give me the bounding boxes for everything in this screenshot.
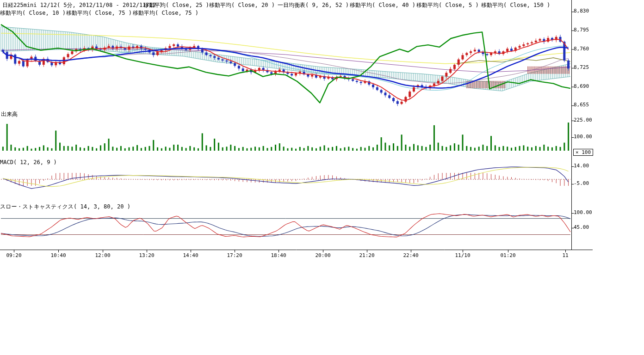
legend-ma25: 移動平均( Close, 25 ): [143, 2, 209, 8]
stoch-pane-title: スロー・ストキャスティクス( 14, 3, 80, 20 ): [0, 203, 130, 210]
time-axis-label: 13:20: [136, 253, 158, 258]
price-axis-label: 8,690: [574, 84, 589, 89]
volume-pane-title: 出来高: [1, 111, 18, 117]
legend-ma75-a: 移動平均( Close, 75 ): [66, 10, 132, 16]
volume-unit-box: × 100: [573, 149, 593, 156]
time-axis-label: 09:20: [3, 253, 25, 258]
legend-ma40: 移動平均( Close, 40 ): [350, 2, 415, 8]
volume-axis-label: 100.00: [574, 134, 592, 140]
volume-axis-label: 225.00: [574, 117, 592, 123]
stoch-axis-label: 45.00: [574, 225, 589, 230]
chart-canvas[interactable]: [0, 0, 644, 277]
price-axis-label: 8,830: [574, 8, 589, 14]
time-axis-label: 20:00: [312, 253, 334, 258]
time-axis-label: 01:20: [497, 253, 519, 258]
time-axis-label: 10:40: [47, 253, 69, 258]
price-axis-label: 8,795: [574, 27, 589, 33]
time-axis-label: 22:40: [400, 253, 422, 258]
time-axis-label: 11: [554, 253, 576, 258]
price-axis-label: 8,760: [574, 46, 589, 52]
price-axis-label: 8,725: [574, 65, 589, 70]
legend-ma10: 移動平均( Close, 10 ): [0, 10, 66, 16]
macd-axis-label: -5.00: [574, 181, 589, 186]
time-axis-label: 12:00: [92, 253, 114, 258]
legend-ma20: 移動平均( Close, 20 ): [209, 2, 275, 8]
time-axis-label: 18:40: [267, 253, 290, 258]
time-axis-label: 14:40: [180, 253, 202, 258]
legend-ma5: 移動平均( Close, 5 ): [416, 2, 479, 8]
macd-axis-label: 14.00: [574, 163, 589, 169]
time-axis-label: 11/10: [452, 253, 474, 258]
time-axis-label: 17:20: [223, 253, 246, 258]
legend-ichimoku: 一目均衡表( 9, 26, 52 ): [278, 2, 349, 8]
time-axis-label: 21:20: [356, 253, 378, 258]
macd-pane-title: MACD( 12, 26, 9 ): [0, 159, 57, 165]
price-axis-label: 8,655: [574, 102, 589, 108]
stoch-axis-label: 100.00: [574, 210, 592, 215]
legend-ma75-b: 移動平均( Close, 75 ): [133, 10, 198, 16]
legend-ma150: 移動平均( Close, 150 ): [481, 2, 550, 8]
legend-symbol-period: 日経225mini 12/12( 5分, 2012/11/08 - 2012/1…: [2, 2, 163, 8]
chart-window: 日経225mini 12/12( 5分, 2012/11/08 - 2012/1…: [0, 0, 644, 355]
